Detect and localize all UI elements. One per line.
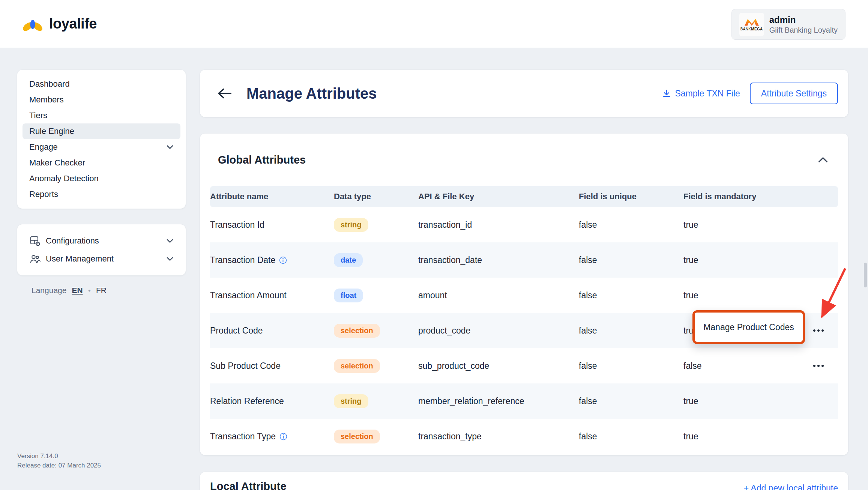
sidebar-item-configurations[interactable]: Configurations (23, 232, 180, 250)
table-row: Transaction Id string transaction_id fal… (210, 207, 838, 242)
data-type-badge: date (334, 253, 363, 267)
download-icon (662, 89, 671, 98)
local-attribute-title: Local Attribute (210, 480, 287, 490)
api-file-key: transaction_id (418, 220, 579, 230)
attribute-name: Sub Product Code (210, 361, 281, 371)
attribute-name: Product Code (210, 326, 263, 336)
field-mandatory-value: false (683, 361, 799, 371)
attribute-name: Relation Reference (210, 396, 284, 406)
data-type-badge: selection (334, 324, 380, 338)
add-local-attribute-link[interactable]: + Add new local attribute (744, 483, 838, 490)
field-mandatory-value: true (683, 396, 799, 406)
chevron-up-icon (818, 157, 828, 163)
field-unique-value: false (579, 396, 683, 406)
data-type-badge: string (334, 218, 368, 232)
field-unique-value: false (579, 431, 683, 442)
info-icon[interactable] (279, 433, 287, 440)
field-mandatory-value: true (683, 290, 799, 301)
sidebar-item-label: Anomaly Detection (29, 174, 99, 183)
release-date-text: Release date: 07 March 2025 (17, 462, 101, 469)
attribute-name: Transaction Type (210, 431, 276, 442)
user-role: Giift Banking Loyalty (769, 26, 838, 35)
sidebar-item-user-management[interactable]: User Management (23, 250, 180, 268)
topbar: loyalife BANKMEGA admin Giift Banking Lo… (0, 0, 868, 48)
sidebar-item-dashboard[interactable]: Dashboard (23, 76, 180, 92)
configurations-icon (29, 235, 41, 247)
sample-txn-file-link[interactable]: Sample TXN File (662, 89, 740, 99)
column-header-field-mandatory: Field is mandatory (683, 192, 799, 201)
logo-text: loyalife (49, 16, 97, 32)
attribute-settings-button[interactable]: Attribute Settings (750, 83, 838, 104)
data-type-badge: selection (334, 430, 380, 443)
page-title: Manage Attributes (246, 85, 377, 102)
language-en-link[interactable]: EN (72, 286, 83, 295)
sidebar-item-rule-engine[interactable]: Rule Engine (23, 123, 180, 139)
collapse-section-button[interactable] (816, 155, 830, 165)
sidebar-nav: Dashboard Members Tiers Rule Engine Enga… (17, 70, 186, 209)
sidebar-item-members[interactable]: Members (23, 92, 180, 108)
data-type-badge: float (334, 289, 363, 302)
global-attributes-card: Global Attributes Attribute name Data ty… (200, 134, 848, 455)
column-header-field-unique: Field is unique (579, 192, 683, 201)
field-unique-value: false (579, 290, 683, 301)
language-label: Language (32, 286, 66, 295)
version-text: Version 7.14.0 (17, 452, 58, 460)
api-file-key: transaction_type (418, 431, 579, 442)
bank-mega-logo: BANKMEGA (739, 13, 764, 36)
logo-lotus-icon (21, 14, 45, 34)
column-header-data-type: Data type (334, 192, 418, 201)
bank-mega-m-icon (744, 18, 760, 27)
sidebar-item-anomaly-detection[interactable]: Anomaly Detection (23, 171, 180, 186)
api-file-key: member_relation_reference (418, 396, 579, 406)
user-menu[interactable]: BANKMEGA admin Giift Banking Loyalty (731, 9, 845, 40)
user-name: admin (769, 14, 838, 26)
table-row: Transaction Amount float amount false tr… (210, 278, 838, 313)
sidebar-item-label: User Management (46, 254, 114, 264)
api-file-key: sub_product_code (418, 361, 579, 371)
sidebar-config: Configurations User Management (17, 224, 186, 275)
scrollbar-thumb[interactable] (864, 263, 867, 287)
field-mandatory-value: true (683, 255, 799, 265)
sidebar-item-label: Dashboard (29, 79, 70, 89)
sidebar-item-label: Reports (29, 189, 58, 199)
api-file-key: transaction_date (418, 255, 579, 265)
language-separator-dot: ● (88, 288, 91, 293)
field-unique-value: false (579, 361, 683, 371)
sidebar-item-engage[interactable]: Engage (23, 139, 180, 155)
row-menu-button[interactable] (812, 326, 825, 335)
sidebar-item-maker-checker[interactable]: Maker Checker (23, 155, 180, 171)
attribute-name: Transaction Id (210, 220, 264, 230)
table-row: Relation Reference string member_relatio… (210, 383, 838, 419)
attribute-name: Transaction Date (210, 255, 275, 265)
data-type-badge: selection (334, 359, 380, 373)
manage-product-codes-button[interactable]: Manage Product Codes (692, 310, 805, 344)
back-button[interactable] (216, 87, 232, 100)
sidebar-item-label: Configurations (46, 236, 99, 246)
info-icon[interactable] (279, 256, 287, 264)
field-unique-value: false (579, 255, 683, 265)
sidebar-item-label: Tiers (29, 111, 47, 120)
row-menu-button[interactable] (812, 362, 825, 370)
sidebar-item-label: Rule Engine (29, 126, 74, 136)
sidebar-item-label: Engage (29, 142, 58, 152)
attribute-name: Transaction Amount (210, 290, 287, 301)
data-type-badge: string (334, 394, 368, 408)
page-header-card: Manage Attributes Sample TXN File Attrib… (200, 70, 848, 117)
sample-txn-file-label: Sample TXN File (675, 89, 740, 99)
table-row: Transaction Type selection transaction_t… (210, 419, 838, 454)
column-header-api-file-key: API & File Key (418, 192, 579, 201)
api-file-key: product_code (418, 326, 579, 336)
table-row: Sub Product Code selection sub_product_c… (210, 348, 838, 383)
language-switcher: Language EN ● FR (32, 286, 107, 295)
chevron-down-icon (166, 144, 174, 150)
field-unique-value: false (579, 326, 683, 336)
local-attribute-card: Local Attribute + Add new local attribut… (200, 472, 848, 490)
column-header-attribute-name: Attribute name (210, 192, 334, 201)
field-mandatory-value: true (683, 431, 799, 442)
language-fr-link[interactable]: FR (96, 286, 107, 295)
sidebar-item-tiers[interactable]: Tiers (23, 108, 180, 123)
sidebar-item-reports[interactable]: Reports (23, 186, 180, 202)
sidebar-item-label: Maker Checker (29, 158, 85, 168)
field-unique-value: false (579, 220, 683, 230)
chevron-down-icon (166, 238, 174, 243)
